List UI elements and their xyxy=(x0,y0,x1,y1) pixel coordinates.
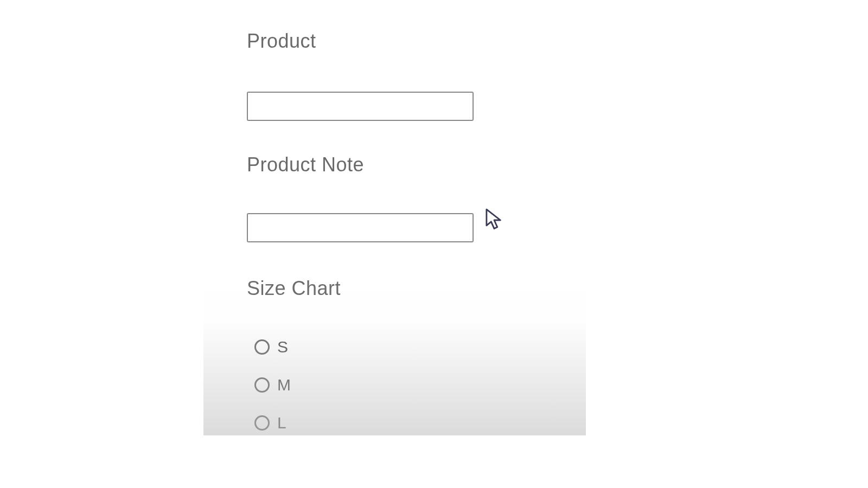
radio-icon xyxy=(254,339,270,355)
product-note-input[interactable] xyxy=(247,213,474,242)
product-note-label: Product Note xyxy=(247,153,474,176)
size-option-label: M xyxy=(277,376,291,394)
cursor-icon xyxy=(485,208,503,232)
radio-icon xyxy=(254,415,270,431)
size-chart-label: Size Chart xyxy=(247,277,474,300)
size-option-label: L xyxy=(277,414,287,432)
product-input[interactable] xyxy=(247,92,474,121)
form-content: Product Product Note Size Chart S M L xyxy=(247,30,474,452)
size-option-label: S xyxy=(277,338,289,356)
size-option-m[interactable]: M xyxy=(254,376,474,394)
size-chart-section: Size Chart S M L xyxy=(247,277,474,432)
size-options-list: S M L xyxy=(247,338,474,432)
size-option-s[interactable]: S xyxy=(254,338,474,356)
size-option-l[interactable]: L xyxy=(254,414,474,432)
radio-icon xyxy=(254,377,270,393)
product-label: Product xyxy=(247,30,474,53)
